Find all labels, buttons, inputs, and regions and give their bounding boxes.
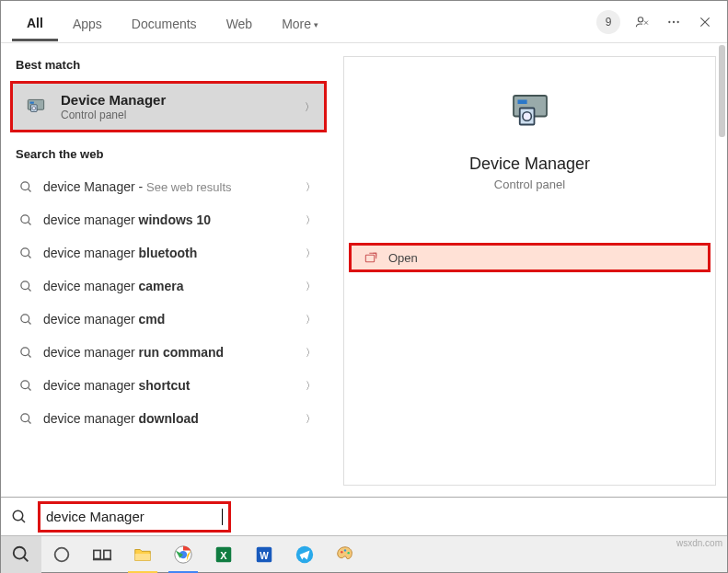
svg-point-22: [14, 546, 26, 558]
close-icon[interactable]: [696, 13, 714, 31]
web-result[interactable]: device manager cmd〉: [10, 303, 327, 336]
taskbar-file-explorer-icon[interactable]: [122, 536, 163, 573]
chevron-right-icon[interactable]: 〉: [306, 280, 319, 293]
svg-point-11: [20, 281, 29, 289]
svg-point-8: [20, 181, 29, 189]
best-match-title: Device Manager: [61, 92, 166, 108]
web-result[interactable]: device manager windows 10〉: [10, 203, 327, 236]
preview-panel: Device Manager Control panel Open: [343, 56, 716, 486]
svg-point-0: [638, 17, 642, 21]
web-result[interactable]: device manager bluetooth〉: [10, 236, 327, 269]
svg-text:X: X: [220, 549, 227, 560]
tab-apps[interactable]: Apps: [58, 4, 117, 40]
search-icon: [17, 377, 34, 394]
section-best-match: Best match: [10, 51, 327, 79]
taskbar: X W: [1, 535, 727, 572]
section-search-web: Search the web: [10, 140, 327, 168]
taskbar-task-view-icon[interactable]: [82, 536, 122, 573]
svg-point-2: [673, 20, 675, 22]
svg-point-35: [344, 549, 346, 551]
tab-documents[interactable]: Documents: [117, 4, 212, 40]
search-icon: [17, 311, 34, 327]
svg-rect-24: [94, 550, 100, 558]
best-match-result[interactable]: Device Manager Control panel 〉: [10, 81, 327, 132]
web-result[interactable]: device manager camera〉: [10, 269, 327, 303]
preview-title: Device Manager: [469, 155, 590, 174]
search-icon: [17, 212, 34, 228]
search-input-highlight: [38, 501, 231, 533]
svg-point-14: [20, 380, 29, 388]
web-result[interactable]: device manager download〉: [10, 402, 327, 435]
scrollbar[interactable]: [716, 43, 727, 163]
svg-rect-7: [30, 102, 34, 104]
web-result-text: device manager shortcut: [43, 378, 306, 393]
preview-subtitle: Control panel: [494, 178, 565, 191]
svg-point-1: [668, 20, 670, 22]
chevron-right-icon[interactable]: 〉: [306, 412, 319, 426]
search-icon: [17, 344, 34, 361]
text-cursor: [222, 509, 223, 525]
taskbar-cortana-icon[interactable]: [41, 536, 82, 573]
search-icon: [17, 410, 34, 427]
chevron-right-icon[interactable]: 〉: [305, 100, 315, 114]
device-manager-icon: [22, 93, 50, 120]
svg-point-15: [20, 413, 29, 421]
svg-point-9: [20, 214, 29, 223]
chevron-right-icon[interactable]: 〉: [306, 346, 319, 360]
web-result-text: device manager windows 10: [43, 212, 306, 227]
svg-point-13: [20, 347, 29, 355]
web-result-text: device Manager - See web results: [43, 179, 306, 194]
open-label: Open: [388, 251, 418, 265]
rewards-badge[interactable]: 9: [596, 10, 620, 34]
svg-rect-25: [104, 550, 110, 558]
svg-rect-26: [135, 554, 151, 560]
svg-point-18: [522, 112, 530, 120]
web-result-text: device manager camera: [43, 279, 306, 293]
web-result-text: device manager bluetooth: [43, 246, 306, 260]
taskbar-word-icon[interactable]: W: [244, 536, 284, 573]
chevron-right-icon[interactable]: 〉: [306, 180, 319, 194]
search-input[interactable]: [46, 509, 221, 524]
chevron-right-icon[interactable]: 〉: [306, 379, 319, 393]
web-result[interactable]: device manager run command〉: [10, 336, 327, 369]
tab-web[interactable]: Web: [212, 4, 268, 40]
chevron-right-icon[interactable]: 〉: [306, 313, 319, 327]
search-bar: [1, 497, 727, 535]
search-tabs: All Apps Documents Web More▾ 9: [1, 1, 727, 43]
taskbar-chrome-icon[interactable]: [163, 536, 203, 573]
chevron-right-icon[interactable]: 〉: [306, 246, 319, 260]
open-icon: [364, 251, 379, 264]
tab-more[interactable]: More▾: [267, 4, 333, 40]
search-icon: [17, 278, 34, 294]
svg-point-10: [20, 247, 29, 256]
device-manager-icon: [501, 83, 560, 142]
chevron-down-icon: ▾: [314, 20, 318, 29]
search-icon: [17, 245, 34, 261]
web-result-text: device manager download: [43, 411, 306, 426]
svg-text:W: W: [260, 550, 269, 560]
svg-point-12: [20, 314, 29, 322]
more-options-icon[interactable]: [664, 13, 683, 31]
feedback-icon[interactable]: [633, 13, 652, 31]
svg-point-3: [677, 20, 679, 22]
svg-rect-20: [365, 255, 374, 261]
taskbar-excel-icon[interactable]: X: [203, 536, 244, 573]
open-action[interactable]: Open: [349, 243, 711, 272]
web-result[interactable]: device manager shortcut〉: [10, 369, 327, 402]
svg-point-21: [13, 510, 23, 521]
web-result-text: device manager run command: [43, 345, 306, 360]
svg-point-34: [341, 551, 342, 553]
taskbar-search-button[interactable]: [1, 536, 41, 573]
taskbar-telegram-icon[interactable]: [284, 536, 325, 573]
search-icon: [1, 509, 38, 525]
svg-point-36: [347, 551, 349, 553]
chevron-right-icon[interactable]: 〉: [306, 213, 319, 227]
results-panel: Best match Device Manager Control panel …: [1, 43, 332, 497]
search-icon: [17, 178, 34, 195]
svg-rect-19: [517, 100, 526, 105]
taskbar-paint-icon[interactable]: [325, 536, 365, 573]
tab-all[interactable]: All: [12, 3, 58, 41]
watermark: wsxdn.com: [676, 538, 722, 548]
best-match-subtitle: Control panel: [61, 109, 166, 121]
web-result[interactable]: device Manager - See web results〉: [10, 170, 327, 203]
